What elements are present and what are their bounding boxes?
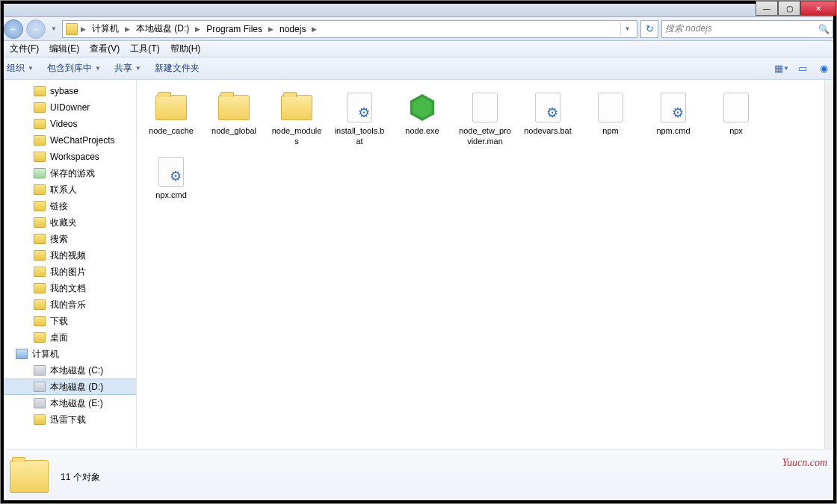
file-item[interactable]: npm [582,89,639,150]
sidebar-item[interactable]: Videos [1,116,136,132]
refresh-button[interactable]: ↻ [640,20,658,38]
sidebar-tree[interactable]: sybaseUIDownerVideosWeChatProjectsWorksp… [1,80,137,449]
batch-file-icon [531,92,565,123]
folder-icon [34,102,46,113]
sidebar-item[interactable]: WeChatProjects [1,132,136,149]
file-item[interactable]: npx.cmd [143,153,200,204]
sidebar-item-label: Videos [50,119,77,129]
file-label: node_global [211,126,256,137]
sidebar-item[interactable]: 我的视频 [1,247,136,264]
folder-icon [66,23,78,35]
sidebar-item-label: 迅雷下载 [50,414,86,426]
folder-icon [34,201,46,211]
watermark: Yuucn.com [782,457,827,469]
view-options-icon[interactable]: ▦ ▼ [775,62,788,75]
chevron-right-icon[interactable]: ▶ [123,25,132,33]
sidebar-item-label: 本地磁盘 (D:) [50,381,103,393]
file-icon [719,92,753,123]
main-area: sybaseUIDownerVideosWeChatProjectsWorksp… [1,80,836,449]
address-bar[interactable]: ▶ 计算机 ▶ 本地磁盘 (D:) ▶ Program Files ▶ node… [62,20,637,38]
file-label: node_modules [270,126,324,147]
file-item[interactable]: npx [708,89,765,150]
file-item[interactable]: node_modules [268,89,325,150]
close-button[interactable]: ✕ [800,1,836,16]
window-controls: — ▢ ✕ [756,1,836,16]
organize-button[interactable]: 组织▼ [7,62,34,75]
new-folder-button[interactable]: 新建文件夹 [155,62,200,75]
chevron-right-icon[interactable]: ▶ [267,25,275,33]
nav-history-dropdown[interactable]: ▼ [49,19,59,39]
status-bar: 11 个对象 [1,449,836,504]
maximize-button[interactable]: ▢ [778,1,800,16]
folder-icon [154,92,188,123]
sidebar-item[interactable]: 我的文档 [1,280,136,296]
menu-file[interactable]: 文件(F) [5,41,43,57]
search-icon[interactable]: 🔍 [818,24,830,34]
sidebar-item[interactable]: 本地磁盘 (C:) [1,362,136,379]
file-label: nodevars.bat [524,126,572,137]
folder-icon [34,267,46,277]
sidebar-item[interactable]: 链接 [1,198,136,214]
menu-tools[interactable]: 工具(T) [126,41,164,57]
sidebar-item[interactable]: 保存的游戏 [1,165,136,181]
file-item[interactable]: node_etw_provider.man [457,89,513,150]
menu-edit[interactable]: 编辑(E) [45,41,84,57]
share-button[interactable]: 共享▼ [114,62,141,75]
scrollbar[interactable] [824,80,836,449]
folder-icon [34,135,46,146]
folder-icon [34,119,46,129]
menu-view[interactable]: 查看(V) [85,41,124,57]
help-icon[interactable]: ◉ [817,62,830,75]
sidebar-item[interactable]: 迅雷下载 [1,411,136,428]
breadcrumb-item[interactable]: nodejs [277,24,309,34]
forward-button[interactable]: → [26,19,46,39]
sidebar-item[interactable]: 本地磁盘 (D:) [1,379,136,395]
sidebar-item[interactable]: 计算机 [1,346,136,362]
menu-help[interactable]: 帮助(H) [166,41,206,57]
menu-bar: 文件(F) 编辑(E) 查看(V) 工具(T) 帮助(H) [1,41,836,57]
sidebar-item[interactable]: Workspaces [1,149,136,165]
folder-icon [279,92,314,123]
sidebar-item-label: 保存的游戏 [50,167,95,180]
address-dropdown[interactable]: ▼ [620,22,634,35]
sidebar-item[interactable]: sybase [1,83,136,99]
chevron-right-icon[interactable]: ▶ [310,25,318,33]
sidebar-item[interactable]: UIDowner [1,99,136,116]
breadcrumb-item[interactable]: 计算机 [89,22,122,35]
minimize-button[interactable]: — [756,1,778,16]
sidebar-item[interactable]: 桌面 [1,329,136,346]
sidebar-item-label: 计算机 [32,348,59,361]
batch-file-icon [154,156,188,187]
sidebar-item-label: 我的音乐 [50,299,86,311]
breadcrumb-item[interactable]: Program Files [203,24,265,34]
sidebar-item-label: sybase [50,86,78,96]
folder-icon [34,283,46,293]
breadcrumb-item[interactable]: 本地磁盘 (D:) [133,22,192,35]
file-item[interactable]: install_tools.bat [331,89,388,150]
sidebar-item[interactable]: 我的图片 [1,264,136,280]
file-item[interactable]: node_global [206,89,262,150]
file-item[interactable]: node.exe [394,89,451,150]
titlebar [1,1,836,17]
file-item[interactable]: npm.cmd [645,89,702,150]
sidebar-item[interactable]: 本地磁盘 (E:) [1,395,136,411]
chevron-right-icon[interactable]: ▶ [79,25,87,33]
sidebar-item[interactable]: 联系人 [1,181,136,198]
file-item[interactable]: node_cache [143,89,200,150]
file-list[interactable]: node_cachenode_globalnode_modulesinstall… [137,80,824,449]
sidebar-item[interactable]: 下载 [1,313,136,329]
sidebar-item-label: WeChatProjects [50,135,114,146]
sidebar-item[interactable]: 我的音乐 [1,296,136,313]
sidebar-item[interactable]: 搜索 [1,231,136,247]
file-item[interactable]: nodevars.bat [519,89,576,150]
chevron-right-icon[interactable]: ▶ [194,25,202,33]
preview-pane-icon[interactable]: ▭ [796,62,809,75]
sidebar-item[interactable]: 收藏夹 [1,214,136,231]
back-button[interactable]: ← [4,19,23,39]
file-label: install_tools.bat [333,126,386,147]
search-input[interactable]: 搜索 nodejs 🔍 [661,20,833,38]
folder-icon [34,234,46,244]
sidebar-item-label: 下载 [50,315,68,328]
sidebar-item-label: UIDowner [50,102,90,113]
include-library-button[interactable]: 包含到库中▼ [47,62,101,75]
